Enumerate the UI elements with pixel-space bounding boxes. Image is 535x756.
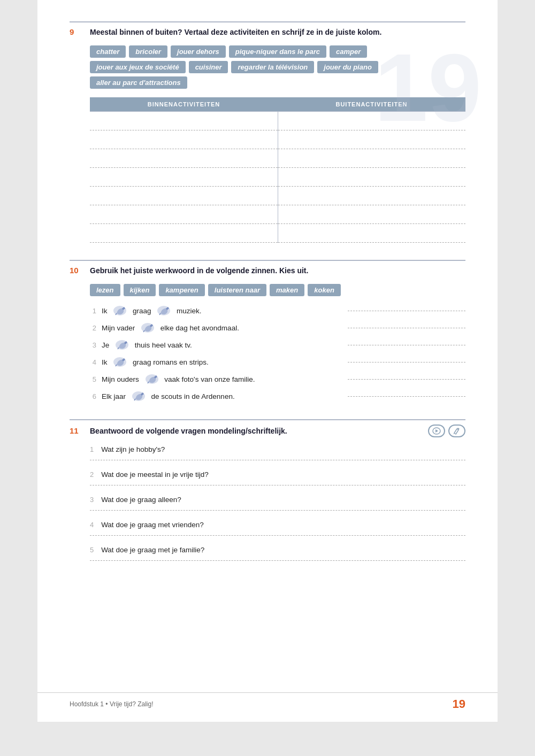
question-num-2: 2 — [90, 470, 94, 479]
sentence-row-2: 2 Mijn vader elke dag het avondmaal. — [90, 322, 465, 334]
table-cell-binnen[interactable] — [90, 168, 278, 187]
question-num-4: 4 — [90, 521, 94, 529]
pen-icon-1b — [156, 305, 171, 317]
sentence-text-4: Ik graag romans en strips. — [102, 356, 338, 368]
page-number: 19 — [453, 697, 465, 711]
exercise-9-header: 9 Meestal binnen of buiten? Vertaal deze… — [70, 21, 465, 38]
exercise-11-number: 11 — [70, 426, 90, 435]
table-cell-binnen[interactable] — [90, 112, 278, 130]
question-text-1: Wat zijn je hobby's? — [101, 445, 165, 453]
chip-regarder: regarder la télévision — [231, 61, 314, 73]
question-num-3: 3 — [90, 496, 94, 504]
sentence-row-4: 4 Ik graag romans en strips. — [90, 356, 465, 368]
col-buitenactiviteiten: BUITENACTIVITEITEN — [278, 97, 465, 112]
sentence-num-3: 3 — [90, 341, 102, 349]
table-cell-binnen[interactable] — [90, 149, 278, 168]
table-cell-buiten[interactable] — [278, 187, 465, 205]
question-text-4: Wat doe je graag met vrienden? — [101, 521, 204, 529]
exercise-9-number: 9 — [70, 27, 90, 36]
table-cell-buiten[interactable] — [278, 205, 465, 224]
chip-koken: koken — [308, 284, 341, 296]
sentence-row-3: 3 Je thuis heel vaak tv. — [90, 339, 465, 351]
sentence-text-1: Ik graag — [102, 305, 338, 317]
table-cell-binnen[interactable] — [90, 130, 278, 149]
question-num-1: 1 — [90, 445, 94, 453]
exercise-10-title: Gebruik het juiste werkwoord in de volge… — [90, 265, 308, 276]
chip-pique-niquer: pique-niquer dans le parc — [229, 45, 326, 58]
question-row-2: 2 Wat doe je meestal in je vrije tijd? — [90, 470, 465, 485]
sentence-text-5: Mijn ouders vaak foto's van onze familie… — [102, 373, 338, 385]
pen-icon-6 — [131, 390, 146, 402]
exercise-11-questions: 1 Wat zijn je hobby's? 2 Wat doe je mees… — [90, 445, 465, 561]
table-cell-buiten[interactable] — [278, 130, 465, 149]
sentence-text-3: Je thuis heel vaak tv. — [102, 339, 338, 351]
table-cell-binnen[interactable] — [90, 187, 278, 205]
table-cell-binnen[interactable] — [90, 224, 278, 243]
sentence-num-5: 5 — [90, 375, 102, 383]
exercise-10: 10 Gebruik het juiste werkwoord in de vo… — [70, 260, 465, 402]
chip-kijken: kijken — [124, 284, 156, 296]
sentence-num-2: 2 — [90, 324, 102, 332]
pen-icon-3 — [114, 339, 129, 351]
question-row-5: 5 Wat doe je graag met je familie? — [90, 545, 465, 561]
chip-piano: jouer du piano — [317, 61, 378, 73]
sentence-answer-line-2[interactable] — [348, 328, 465, 328]
exercise-10-number: 10 — [70, 265, 90, 275]
question-text-3: Wat doe je graag alleen? — [101, 496, 181, 504]
exercise-11-header: 11 Beantwoord de volgende vragen mondeli… — [70, 419, 465, 437]
pencil-icon[interactable] — [448, 425, 465, 437]
exercise-11-title: Beantwoord de volgende vragen mondeling/… — [90, 426, 287, 437]
sentence-num-1: 1 — [90, 307, 102, 315]
question-text-2: Wat doe je meestal in je vrije tijd? — [101, 470, 209, 479]
table-cell-buiten[interactable] — [278, 149, 465, 168]
chip-lezen: lezen — [90, 284, 120, 296]
table-cell-binnen[interactable] — [90, 205, 278, 224]
chip-cuisiner: cuisiner — [189, 61, 228, 73]
table-cell-buiten[interactable] — [278, 168, 465, 187]
chip-jouer-jeux: jouer aux jeux de société — [90, 61, 186, 73]
question-num-5: 5 — [90, 546, 94, 554]
chip-chatter: chatter — [90, 45, 126, 58]
exercise-11: 11 Beantwoord de volgende vragen mondeli… — [70, 419, 465, 561]
chip-parc: aller au parc d'attractions — [90, 76, 187, 89]
question-row-4: 4 Wat doe je graag met vrienden? — [90, 520, 465, 536]
table-row[interactable] — [90, 149, 465, 168]
answer-line-5[interactable] — [90, 560, 465, 561]
page-footer: Hoofdstuk 1 • Vrije tijd? Zalig! 19 — [37, 692, 498, 711]
table-row[interactable] — [90, 168, 465, 187]
exercise-9: 9 Meestal binnen of buiten? Vertaal deze… — [70, 21, 465, 243]
chip-jouer-dehors: jouer dehors — [171, 45, 226, 58]
sentence-answer-line-3[interactable] — [348, 345, 465, 345]
sentence-num-4: 4 — [90, 358, 102, 366]
answer-line-3[interactable] — [90, 510, 465, 511]
sentence-answer-line-1[interactable] — [348, 311, 465, 311]
pen-icon-1 — [112, 305, 127, 317]
exercise-9-table: BINNENACTIVITEITEN BUITENACTIVITEITEN — [90, 97, 465, 243]
table-row[interactable] — [90, 112, 465, 130]
table-row[interactable] — [90, 224, 465, 243]
table-row[interactable] — [90, 205, 465, 224]
sentence-row-6: 6 Elk jaar de scouts in de Ardennen. — [90, 390, 465, 402]
sentence-answer-line-5[interactable] — [348, 379, 465, 380]
audio-icon[interactable] — [428, 425, 445, 437]
svg-marker-15 — [435, 429, 438, 433]
sentence-text-2: Mijn vader elke dag het avondmaal. — [102, 322, 338, 334]
table-cell-buiten[interactable] — [278, 112, 465, 130]
pen-icon-4 — [112, 356, 127, 368]
table-row[interactable] — [90, 130, 465, 149]
table-row[interactable] — [90, 187, 465, 205]
chip-camper: camper — [330, 45, 367, 58]
chip-maken: maken — [270, 284, 304, 296]
table-cell-buiten[interactable] — [278, 224, 465, 243]
exercise-9-title: Meestal binnen of buiten? Vertaal deze a… — [90, 27, 381, 38]
answer-line-4[interactable] — [90, 535, 465, 536]
pen-icon-2 — [140, 322, 155, 334]
question-text-5: Wat doe je graag met je familie? — [101, 546, 204, 554]
sentence-num-6: 6 — [90, 392, 102, 400]
sentence-answer-line-6[interactable] — [348, 396, 465, 397]
answer-line-2[interactable] — [90, 485, 465, 485]
sentence-answer-line-4[interactable] — [348, 362, 465, 362]
answer-line-1[interactable] — [90, 460, 465, 460]
exercise-9-chips: chatter bricoler jouer dehors pique-niqu… — [90, 45, 465, 89]
footer-chapter: Hoofdstuk 1 • Vrije tijd? Zalig! — [70, 700, 154, 708]
